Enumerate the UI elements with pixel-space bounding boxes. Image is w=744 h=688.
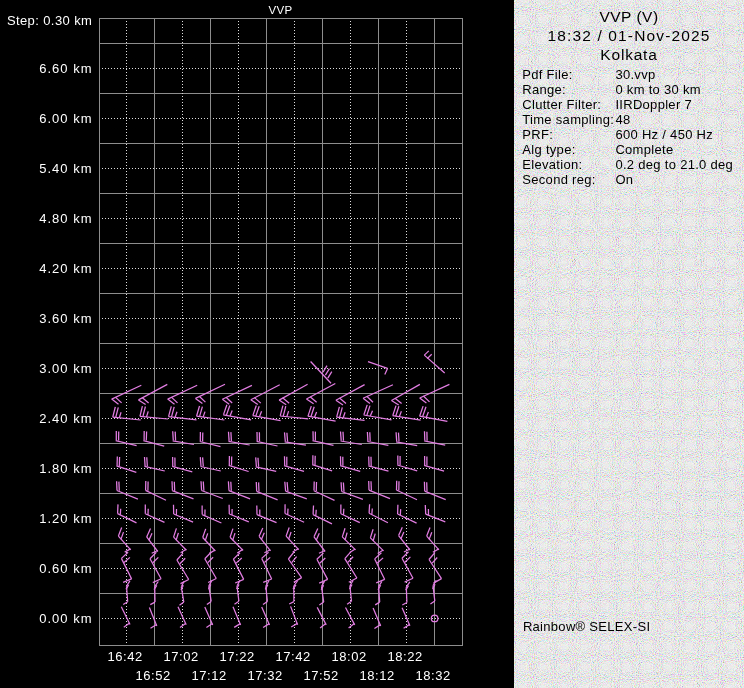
svg-text:1.20 km: 1.20 km bbox=[39, 511, 92, 526]
svg-text:On: On bbox=[615, 172, 633, 187]
svg-text:0 km to 30 km: 0 km to 30 km bbox=[615, 82, 701, 97]
svg-text:Elevation:: Elevation: bbox=[522, 157, 582, 172]
svg-text:0.2 deg to 21.0 deg: 0.2 deg to 21.0 deg bbox=[615, 157, 733, 172]
svg-text:Step: 0.30 km: Step: 0.30 km bbox=[7, 13, 92, 28]
svg-text:600 Hz / 450 Hz: 600 Hz / 450 Hz bbox=[615, 127, 713, 142]
svg-text:17:22: 17:22 bbox=[219, 649, 255, 664]
svg-text:Kolkata: Kolkata bbox=[600, 46, 657, 63]
svg-text:VVP (V): VVP (V) bbox=[599, 8, 658, 25]
svg-text:2.40 km: 2.40 km bbox=[39, 411, 92, 426]
svg-text:4.20 km: 4.20 km bbox=[39, 261, 92, 276]
svg-text:0.60 km: 0.60 km bbox=[39, 561, 92, 576]
svg-text:30.vvp: 30.vvp bbox=[615, 67, 655, 82]
svg-text:48: 48 bbox=[615, 112, 630, 127]
svg-text:6.00 km: 6.00 km bbox=[39, 111, 92, 126]
svg-text:Complete: Complete bbox=[615, 142, 673, 157]
svg-text:4.80 km: 4.80 km bbox=[39, 211, 92, 226]
svg-text:Time sampling:: Time sampling: bbox=[522, 112, 614, 127]
svg-text:17:12: 17:12 bbox=[191, 668, 227, 683]
svg-text:18:02: 18:02 bbox=[331, 649, 367, 664]
svg-text:16:42: 16:42 bbox=[107, 649, 143, 664]
svg-text:17:42: 17:42 bbox=[275, 649, 311, 664]
svg-text:3.60 km: 3.60 km bbox=[39, 311, 92, 326]
svg-text:Clutter Filter:: Clutter Filter: bbox=[522, 97, 601, 112]
svg-text:18:22: 18:22 bbox=[387, 649, 423, 664]
svg-text:IIRDoppler 7: IIRDoppler 7 bbox=[615, 97, 692, 112]
svg-text:6.60 km: 6.60 km bbox=[39, 61, 92, 76]
svg-text:5.40 km: 5.40 km bbox=[39, 161, 92, 176]
svg-text:Rainbow® SELEX-SI: Rainbow® SELEX-SI bbox=[523, 619, 650, 634]
svg-text:PRF:: PRF: bbox=[522, 127, 553, 142]
svg-text:0.00 km: 0.00 km bbox=[39, 611, 92, 626]
svg-text:Range:: Range: bbox=[522, 82, 566, 97]
svg-text:1.80 km: 1.80 km bbox=[39, 461, 92, 476]
svg-text:Pdf File:: Pdf File: bbox=[522, 67, 572, 82]
svg-text:17:52: 17:52 bbox=[303, 668, 339, 683]
svg-text:18:32 / 01-Nov-2025: 18:32 / 01-Nov-2025 bbox=[547, 27, 710, 44]
svg-text:VVP: VVP bbox=[268, 4, 292, 16]
svg-text:3.00 km: 3.00 km bbox=[39, 361, 92, 376]
svg-text:Second reg:: Second reg: bbox=[522, 172, 595, 187]
svg-text:18:32: 18:32 bbox=[415, 668, 451, 683]
svg-text:18:12: 18:12 bbox=[359, 668, 395, 683]
svg-text:17:32: 17:32 bbox=[247, 668, 283, 683]
svg-text:16:52: 16:52 bbox=[135, 668, 171, 683]
svg-text:17:02: 17:02 bbox=[163, 649, 199, 664]
svg-text:Alg type:: Alg type: bbox=[522, 142, 575, 157]
